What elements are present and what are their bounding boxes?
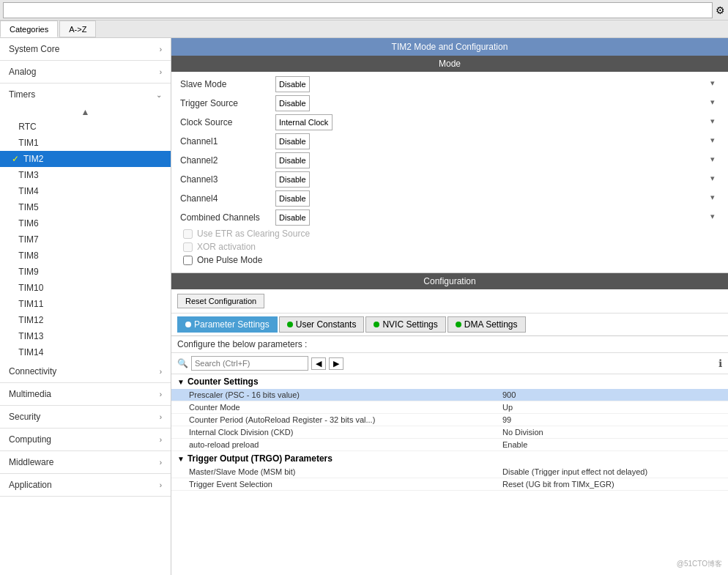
timer-item-tim2[interactable]: ✓ TIM2	[0, 151, 171, 167]
timer-item-tim1[interactable]: TIM1	[0, 135, 171, 151]
check-icon: ✓	[12, 154, 19, 164]
timer-item-tim10[interactable]: TIM10	[0, 280, 171, 296]
config-info-text: Configure the below parameters :	[171, 336, 728, 353]
tab-atoz[interactable]: A->Z	[59, 21, 96, 37]
config-tabs-bar: Parameter Settings User Constants NVIC S…	[171, 314, 728, 336]
check-icon	[12, 283, 14, 293]
mode-header: Mode	[171, 56, 728, 72]
reset-config-button[interactable]: Reset Configuration	[177, 294, 264, 308]
param-table: ▼ Counter Settings Prescaler (PSC - 16 b…	[171, 374, 728, 575]
timer-item-tim9[interactable]: TIM9	[0, 264, 171, 280]
trgo-group-header[interactable]: ▼ Trigger Output (TRGO) Parameters	[171, 451, 728, 466]
timer-item-tim11[interactable]: TIM11	[0, 296, 171, 312]
config-search-bar: 🔍 ◀ ▶ ℹ	[171, 353, 728, 374]
channel2-wrapper: Disable	[275, 152, 719, 168]
next-result-button[interactable]: ▶	[329, 357, 343, 370]
channel4-select[interactable]: Disable	[275, 190, 310, 207]
tab-user-constants-label: User Constants	[296, 319, 357, 330]
timer-item-tim7[interactable]: TIM7	[0, 231, 171, 248]
gear-button[interactable]: ⚙	[716, 4, 725, 16]
tim3-label: TIM3	[18, 170, 38, 180]
middleware-label: Middleware	[9, 457, 53, 467]
sidebar-item-multimedia[interactable]: Multimedia ›	[0, 383, 171, 405]
table-row[interactable]: Counter Period (AutoReload Register - 32…	[171, 414, 728, 426]
chevron-right-icon: ›	[160, 459, 162, 467]
timer-item-tim5[interactable]: TIM5	[0, 199, 171, 215]
tab-parameter-settings[interactable]: Parameter Settings	[177, 316, 278, 333]
timers-label: Timers	[9, 89, 35, 100]
info-icon: ℹ	[718, 357, 722, 369]
channel4-wrapper: Disable	[275, 190, 719, 207]
xor-label: XOR activation	[197, 242, 256, 252]
search-input[interactable]	[3, 2, 713, 18]
channel1-select[interactable]: Disable	[275, 133, 310, 149]
mode-content: Slave Mode Disable Trigger Source Disabl…	[171, 72, 728, 272]
sidebar-item-computing[interactable]: Computing ›	[0, 429, 171, 450]
timer-item-tim14[interactable]: TIM14	[0, 344, 171, 360]
sidebar-item-security[interactable]: Security ›	[0, 406, 171, 428]
tab-dot-icon	[374, 322, 379, 327]
check-icon	[12, 138, 14, 148]
channel2-row: Channel2 Disable	[180, 152, 719, 168]
check-icon	[12, 331, 14, 341]
sidebar-item-system-core[interactable]: System Core ›	[0, 38, 171, 60]
config-header: Configuration	[171, 273, 728, 289]
prev-result-button[interactable]: ◀	[311, 357, 326, 370]
timer-item-tim3[interactable]: TIM3	[0, 167, 171, 183]
main-layout: System Core › Analog › Timers ⌄ ▲ RTC	[0, 38, 728, 575]
sidebar-section-multimedia: Multimedia ›	[0, 383, 171, 406]
counter-settings-group-header[interactable]: ▼ Counter Settings	[171, 374, 728, 389]
sidebar-item-analog[interactable]: Analog ›	[0, 61, 171, 83]
table-row[interactable]: auto-reload preload Enable	[171, 439, 728, 451]
table-row[interactable]: Internal Clock Division (CKD) No Divisio…	[171, 426, 728, 439]
sidebar-item-timers[interactable]: Timers ⌄	[0, 84, 171, 105]
table-row[interactable]: Trigger Event Selection Reset (UG bit fr…	[171, 478, 728, 491]
chevron-right-icon: ›	[160, 413, 162, 421]
timer-item-tim8[interactable]: TIM8	[0, 248, 171, 264]
connectivity-label: Connectivity	[9, 366, 56, 376]
tab-dot-icon	[456, 322, 461, 327]
table-row[interactable]: Counter Mode Up	[171, 401, 728, 414]
combined-channels-select[interactable]: Disable	[275, 209, 310, 226]
param-search-input[interactable]	[191, 356, 308, 371]
combined-channels-wrapper: Disable	[275, 209, 719, 226]
timer-scroll-up[interactable]: ▲	[0, 105, 171, 119]
config-section: Configuration Reset Configuration Parame…	[171, 273, 728, 575]
timer-item-tim13[interactable]: TIM13	[0, 328, 171, 344]
param-name: Trigger Event Selection	[189, 480, 502, 489]
slave-mode-select[interactable]: Disable	[275, 76, 310, 92]
sidebar-item-middleware[interactable]: Middleware ›	[0, 451, 171, 473]
timer-item-tim6[interactable]: TIM6	[0, 215, 171, 231]
chevron-right-icon: ›	[160, 436, 162, 444]
table-row[interactable]: Prescaler (PSC - 16 bits value) 900	[171, 389, 728, 401]
one-pulse-label: One Pulse Mode	[197, 255, 262, 265]
tab-nvic-settings[interactable]: NVIC Settings	[365, 316, 445, 333]
sidebar-section-timers: Timers ⌄ ▲ RTC TIM1 ✓ TIM2	[0, 84, 171, 360]
computing-label: Computing	[9, 434, 51, 445]
sidebar-item-connectivity[interactable]: Connectivity ›	[0, 360, 171, 382]
channel2-select[interactable]: Disable	[275, 152, 310, 168]
tim13-label: TIM13	[18, 331, 43, 341]
clock-source-select[interactable]: Internal Clock	[275, 114, 333, 130]
collapse-icon: ▼	[177, 378, 185, 386]
channel4-label: Channel4	[180, 193, 275, 204]
channel3-select[interactable]: Disable	[275, 171, 310, 188]
tab-user-constants[interactable]: User Constants	[279, 316, 365, 333]
sidebar: System Core › Analog › Timers ⌄ ▲ RTC	[0, 38, 171, 575]
one-pulse-checkbox[interactable]	[183, 256, 193, 265]
tab-dma-label: DMA Settings	[464, 319, 518, 330]
tab-categories[interactable]: Categories	[0, 21, 58, 37]
timer-item-tim4[interactable]: TIM4	[0, 183, 171, 199]
tim9-label: TIM9	[18, 267, 38, 277]
check-icon	[12, 251, 14, 261]
xor-checkbox[interactable]	[183, 242, 193, 252]
xor-checkbox-row: XOR activation	[180, 242, 719, 252]
tab-dma-settings[interactable]: DMA Settings	[447, 316, 526, 333]
timer-item-rtc[interactable]: RTC	[0, 119, 171, 135]
etr-checkbox[interactable]	[183, 229, 193, 239]
trigger-source-select[interactable]: Disable	[275, 95, 310, 111]
timer-list: RTC TIM1 ✓ TIM2 TIM3 TIM4	[0, 119, 171, 360]
sidebar-item-application[interactable]: Application ›	[0, 474, 171, 496]
timer-item-tim12[interactable]: TIM12	[0, 312, 171, 328]
table-row[interactable]: Master/Slave Mode (MSM bit) Disable (Tri…	[171, 466, 728, 478]
